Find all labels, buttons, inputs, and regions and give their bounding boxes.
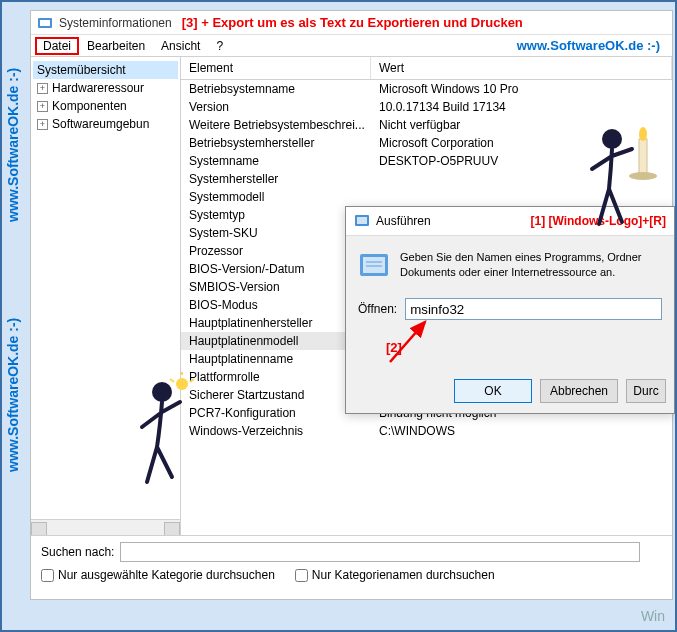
search-input[interactable] [120, 542, 640, 562]
col-value[interactable]: Wert [371, 57, 672, 79]
watermark-text: www.SoftwareOK.de :-) [5, 68, 21, 222]
table-row[interactable]: Systemmodell [181, 188, 672, 206]
checkbox-selected-category[interactable]: Nur ausgewählte Kategorie durchsuchen [41, 568, 275, 582]
annotation-2: [2] [386, 340, 662, 355]
run-dialog[interactable]: Ausführen [1] [Windows-Logo]+[R] Geben S… [345, 206, 675, 414]
tree-item[interactable]: +Softwareumgebun [33, 115, 178, 133]
run-icon [358, 250, 390, 282]
menu-edit[interactable]: Bearbeiten [79, 37, 153, 55]
search-panel: Suchen nach: Nur ausgewählte Kategorie d… [31, 535, 672, 588]
menu-file[interactable]: Datei [35, 37, 79, 55]
checkbox-category-names[interactable]: Nur Kategorienamen durchsuchen [295, 568, 495, 582]
svg-rect-5 [363, 257, 385, 273]
tree-item[interactable]: +Hardwareressour [33, 79, 178, 97]
expand-icon[interactable]: + [37, 119, 48, 130]
expand-icon[interactable]: + [37, 83, 48, 94]
annotation-1: [1] [Windows-Logo]+[R] [530, 214, 666, 228]
link-softwareok[interactable]: www.SoftwareOK.de :-) [517, 38, 660, 53]
run-open-label: Öffnen: [358, 302, 397, 316]
col-element[interactable]: Element [181, 57, 371, 79]
watermark-text: www.SoftwareOK.de :-) [5, 318, 21, 472]
expand-icon[interactable]: + [37, 101, 48, 112]
svg-rect-1 [40, 20, 50, 26]
run-icon-small [354, 213, 370, 229]
menu-view[interactable]: Ansicht [153, 37, 208, 55]
category-tree[interactable]: Systemübersicht +Hardwareressour+Kompone… [31, 57, 181, 535]
titlebar[interactable]: Systeminformationen [3] + Export um es a… [31, 11, 672, 35]
tree-scrollbar[interactable] [31, 519, 180, 535]
table-row[interactable]: BetriebsystemnameMicrosoft Windows 10 Pr… [181, 80, 672, 98]
table-header[interactable]: Element Wert [181, 57, 672, 80]
ok-button[interactable]: OK [454, 379, 532, 403]
table-row[interactable]: Systemhersteller [181, 170, 672, 188]
tree-root[interactable]: Systemübersicht [33, 61, 178, 79]
bottom-watermark: Win [641, 608, 665, 624]
table-row[interactable]: Version10.0.17134 Build 17134 [181, 98, 672, 116]
annotation-3: [3] + Export um es als Text zu Exportier… [182, 15, 523, 30]
table-row[interactable]: SystemnameDESKTOP-O5PRUUV [181, 152, 672, 170]
tree-item[interactable]: +Komponenten [33, 97, 178, 115]
svg-rect-3 [357, 217, 367, 224]
run-titlebar[interactable]: Ausführen [1] [Windows-Logo]+[R] [346, 207, 674, 236]
run-description: Geben Sie den Namen eines Programms, Ord… [400, 250, 662, 282]
menubar: Datei Bearbeiten Ansicht ? www.SoftwareO… [31, 35, 672, 57]
app-icon [37, 15, 53, 31]
menu-help[interactable]: ? [208, 37, 231, 55]
window-title: Systeminformationen [59, 16, 172, 30]
run-title-text: Ausführen [376, 214, 431, 228]
table-row[interactable]: Weitere Betriebsystembeschrei...Nicht ve… [181, 116, 672, 134]
cancel-button[interactable]: Abbrechen [540, 379, 618, 403]
table-row[interactable]: BetriebsystemherstellerMicrosoft Corpora… [181, 134, 672, 152]
search-label: Suchen nach: [41, 545, 114, 559]
table-row[interactable]: Windows-VerzeichnisC:\WINDOWS [181, 422, 672, 440]
browse-button[interactable]: Durc [626, 379, 666, 403]
run-input[interactable] [405, 298, 662, 320]
